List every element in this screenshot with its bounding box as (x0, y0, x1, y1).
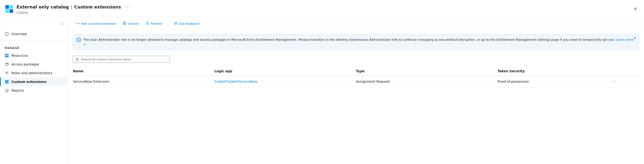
feedback-button[interactable]: Got feedback? (171, 20, 203, 27)
column-icon (123, 21, 126, 26)
sidebar-collapse-area: « (0, 21, 68, 30)
table-section: Name Logic app Type Token Security Servi… (68, 54, 644, 164)
page-title: Custom extensions (74, 4, 121, 9)
add-custom-extension-button[interactable]: + + Add a custom extension (73, 20, 119, 27)
column-button[interactable]: Column (120, 20, 142, 27)
col-header-actions (611, 67, 639, 76)
svg-rect-11 (5, 63, 8, 65)
svg-rect-25 (8, 82, 8, 83)
learn-more-link[interactable]: Learn more (616, 38, 634, 41)
svg-rect-23 (5, 82, 6, 83)
header: External only catalog | Custom extension… (0, 0, 644, 17)
svg-point-37 (176, 23, 176, 23)
info-icon: i (76, 38, 81, 42)
header-left: External only catalog | Custom extension… (5, 3, 131, 14)
svg-rect-0 (5, 5, 9, 9)
search-bar[interactable] (73, 56, 170, 63)
col-header-type: Type (356, 67, 498, 76)
reports-icon (4, 88, 9, 93)
add-label: + Add a custom extension (78, 22, 116, 25)
breadcrumb: Catalog (16, 11, 131, 14)
sidebar-item-access-packages-label: Access packages (12, 62, 39, 66)
sidebar-item-roles-label: Roles and administrators (12, 71, 52, 75)
sidebar-item-overview[interactable]: Overview (0, 30, 68, 38)
info-banner: i The User Administrator role is no long… (73, 34, 639, 50)
svg-rect-19 (8, 80, 8, 81)
custom-extensions-table: Name Logic app Type Token Security Servi… (73, 67, 639, 87)
svg-rect-1 (10, 5, 13, 9)
svg-rect-7 (5, 54, 6, 55)
table-row: ServiceNow Extension CreateTicketInServi… (73, 76, 639, 87)
collapse-icon[interactable]: « (60, 21, 64, 27)
feedback-icon (174, 21, 178, 26)
table-header: Name Logic app Type Token Security (73, 67, 639, 76)
refresh-button[interactable]: Refresh (143, 20, 165, 27)
svg-rect-22 (8, 81, 8, 82)
row-more-button[interactable]: ··· (611, 79, 617, 84)
cell-name: ServiceNow Extension (73, 76, 214, 87)
sidebar-item-custom-extensions-label: Custom extensions (12, 80, 46, 84)
sidebar-item-overview-label: Overview (12, 32, 27, 36)
svg-rect-9 (5, 56, 6, 57)
close-button[interactable]: ✕ (632, 5, 639, 13)
sidebar-divider-manage (0, 40, 68, 40)
svg-rect-18 (6, 80, 7, 81)
svg-point-6 (6, 34, 7, 35)
cell-logic-app: CreateTicketInServiceNow (214, 76, 356, 87)
custom-extensions-icon (4, 80, 9, 84)
sidebar-item-access-packages[interactable]: Access packages (0, 60, 68, 69)
svg-line-39 (78, 60, 79, 61)
catalog-name: External only catalog (16, 4, 69, 9)
svg-rect-20 (5, 81, 6, 82)
logic-app-link[interactable]: CreateTicketInServiceNow (214, 80, 258, 83)
banner-text: The User Administrator role is no longer… (83, 37, 636, 47)
access-packages-icon (4, 62, 9, 66)
sidebar-item-resources[interactable]: Resources (0, 51, 68, 60)
svg-rect-21 (6, 81, 7, 82)
sidebar-manage-label: Manage (0, 42, 68, 51)
svg-rect-17 (5, 80, 6, 81)
col-header-logic-app: Logic app (214, 67, 356, 76)
header-title-row: External only catalog | Custom extension… (16, 3, 131, 10)
title-separator: | (71, 4, 72, 9)
refresh-label: Refresh (151, 22, 162, 25)
search-icon (76, 58, 79, 61)
external-link-icon: ↗ (83, 43, 86, 46)
search-input[interactable] (81, 57, 167, 61)
sidebar-item-custom-extensions[interactable]: Custom extensions (0, 77, 68, 86)
svg-rect-8 (7, 54, 8, 55)
svg-rect-2 (5, 9, 9, 13)
feedback-label: Got feedback? (179, 22, 200, 25)
sidebar-item-resources-label: Resources (12, 54, 28, 57)
col-header-name: Name (73, 67, 214, 76)
content-area: + + Add a custom extension Column (68, 17, 644, 164)
cell-row-actions: ··· (611, 76, 639, 87)
svg-point-15 (6, 72, 7, 73)
overview-icon (4, 32, 9, 36)
table-body: ServiceNow Extension CreateTicketInServi… (73, 76, 639, 87)
app-icon (5, 4, 14, 13)
sidebar-item-reports-label: Reports (12, 89, 24, 92)
roles-icon (4, 71, 9, 75)
add-icon: + (76, 21, 78, 26)
sidebar-item-reports[interactable]: Reports (0, 86, 68, 95)
resources-icon (4, 53, 9, 58)
svg-rect-10 (7, 56, 8, 57)
cell-token-security: Proof-of-possession (498, 76, 611, 87)
refresh-icon (146, 21, 149, 26)
svg-point-16 (7, 72, 8, 73)
header-more-button[interactable]: ··· (123, 3, 131, 10)
main-layout: « Overview Manage (0, 17, 644, 164)
toolbar-divider (168, 21, 168, 26)
toolbar: + + Add a custom extension Column (68, 17, 644, 30)
col-header-token-security: Token Security (498, 67, 611, 76)
sidebar-item-roles[interactable]: Roles and administrators (0, 69, 68, 77)
banner-close-button[interactable]: ✕ (634, 36, 636, 40)
cell-type: Assignment Request (356, 76, 498, 87)
column-label: Column (128, 22, 139, 25)
header-titles: External only catalog | Custom extension… (16, 3, 131, 14)
svg-point-36 (175, 23, 176, 23)
svg-rect-3 (10, 9, 13, 13)
svg-rect-24 (6, 82, 7, 83)
sidebar: « Overview Manage (0, 17, 68, 164)
